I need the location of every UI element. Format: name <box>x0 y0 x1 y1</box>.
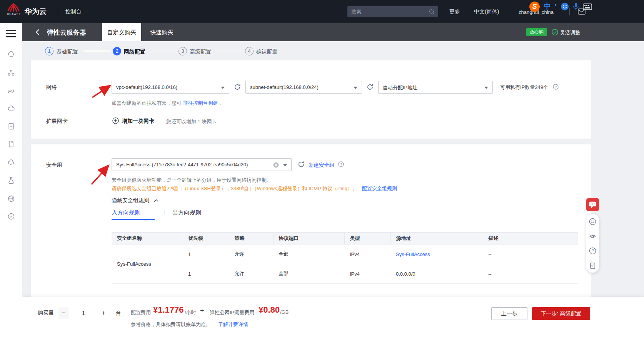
traffic-fee-value: ¥0.80 <box>259 305 280 315</box>
ime-mic-icon[interactable] <box>573 2 579 11</box>
cell-source: 0.0.0.0/0 <box>390 264 483 284</box>
sidebar-document-icon[interactable] <box>7 122 15 130</box>
hide-sg-rules-toggle[interactable]: 隐藏安全组规则 <box>112 197 158 204</box>
header-policy: 策略 <box>229 233 273 244</box>
sg-rules-table: 安全组名称 优先级 策略 协议端口 类型 源地址 描述 Sys-FullAcce… <box>112 232 578 284</box>
tab-inbound-rules[interactable]: 入方向规则 <box>112 209 140 216</box>
language-menu[interactable]: 中文(简体) <box>474 8 499 15</box>
huawei-logo[interactable]: HUAWEI <box>6 3 21 15</box>
step-2-circle: 2 <box>113 47 121 55</box>
ime-lang-toggle[interactable]: 中 <box>544 2 551 12</box>
ip-assign-select[interactable]: 自动分配IP地址 <box>378 81 493 94</box>
sidebar-cloud-server-icon[interactable] <box>7 51 15 59</box>
ip-help-icon[interactable]: ? <box>553 84 559 90</box>
cell-type: IPv4 <box>344 244 390 264</box>
clear-selection-icon[interactable] <box>273 162 279 168</box>
header-sg-name: 安全组名称 <box>112 233 183 244</box>
config-fee-value: ¥1.1776 <box>153 305 184 315</box>
back-icon[interactable] <box>35 29 40 35</box>
tab-quick-purchase[interactable]: 快速购买 <box>144 23 179 41</box>
feedback-chat-button[interactable] <box>586 198 599 211</box>
security-group-select[interactable]: Sys-FullAccess (711e783c-fec2-4471-9702-… <box>112 158 292 171</box>
ime-logo-icon[interactable]: S <box>529 2 540 12</box>
flexible-adjust-label: 灵活调整 <box>560 29 580 36</box>
nic-remaining-hint: 您还可以增加 1 块网卡 <box>166 118 217 125</box>
previous-step-button[interactable]: 上一步 <box>491 307 527 320</box>
sidebar-cloud-icon[interactable] <box>7 105 15 112</box>
cell-type: IPv4 <box>344 264 390 284</box>
subnet-select[interactable]: subnet-default(192.168.0.0/24) <box>245 81 362 94</box>
chevron-down-icon <box>354 87 357 89</box>
extend-nic-label: 扩展网卡 <box>46 118 68 125</box>
console-menu[interactable]: 控制台 <box>65 8 82 15</box>
sidebar-lab-icon[interactable] <box>7 176 15 184</box>
cell-priority: 1 <box>183 244 229 264</box>
hamburger-menu-icon[interactable] <box>6 30 16 39</box>
help-question-icon[interactable]: ? <box>589 247 596 255</box>
ime-toolbar: S 中 ’ <box>529 1 592 12</box>
brand-title[interactable]: 华为云 <box>25 7 47 17</box>
svg-text:?: ? <box>340 162 342 166</box>
assured-purchase-badge: 放心购 <box>526 28 547 36</box>
step-1-circle[interactable]: 1 <box>45 47 53 55</box>
search-box <box>347 6 438 17</box>
header-description: 描述 <box>483 233 578 244</box>
new-sg-link[interactable]: 新建安全组 <box>309 162 335 169</box>
step-1-label[interactable]: 基础配置 <box>57 49 78 55</box>
cell-port: 全部 <box>273 264 344 284</box>
survey-clipboard-icon[interactable] <box>589 262 596 269</box>
refresh-subnet-icon[interactable] <box>367 84 374 90</box>
tab-custom-purchase[interactable]: 自定义购买 <box>102 23 141 41</box>
search-icon[interactable] <box>429 9 435 15</box>
sidebar-ai-waves-icon[interactable] <box>7 87 15 94</box>
traffic-fee-label: 弹性公网IP流量费用 <box>210 309 254 316</box>
inbound-tab-underline <box>112 219 155 220</box>
price-note: 参考价格，具体扣费请以账单为准。 <box>131 321 211 328</box>
sidebar-organization-icon[interactable] <box>7 69 15 77</box>
step-connector-3 <box>217 51 243 51</box>
vpc-select[interactable]: vpc-default(192.168.0.0/16) <box>112 81 229 94</box>
sidebar-elastic-ip-icon[interactable]: IP <box>7 213 15 220</box>
vpc-help-line: 如需创建新的虚拟私有云，您可 前往控制台创建 。 <box>112 100 224 107</box>
help-float-panel: ? <box>586 214 599 273</box>
vpc-help-text: 如需创建新的虚拟私有云，您可 <box>112 100 182 106</box>
cell-description: -- <box>483 244 578 264</box>
sidebar-file-icon[interactable] <box>7 140 15 148</box>
chevron-down-icon <box>221 87 225 89</box>
ime-punct-toggle[interactable]: ’ <box>555 3 557 11</box>
ime-keyboard-icon[interactable] <box>583 3 592 10</box>
header-type: 类型 <box>344 233 390 244</box>
search-input[interactable] <box>351 6 426 17</box>
billing-details-link[interactable]: 了解计费详情 <box>218 321 248 328</box>
add-nic-icon[interactable] <box>112 117 119 124</box>
quantity-decrease-button[interactable]: − <box>58 307 69 319</box>
add-nic-button[interactable]: 增加一块网卡 <box>122 118 154 125</box>
quantity-increase-button[interactable]: + <box>98 307 109 319</box>
sg-help-icon[interactable]: ? <box>338 161 344 167</box>
next-step-button[interactable]: 下一步: 高级配置 <box>532 307 590 320</box>
traffic-fee-unit: /GB <box>280 309 289 315</box>
tab-outbound-rules[interactable]: 出方向规则 <box>172 209 201 216</box>
ime-emoji-icon[interactable] <box>561 2 569 11</box>
satisfaction-icon[interactable] <box>589 218 596 225</box>
unit-label: 台 <box>116 310 121 317</box>
sidebar-cloud-service-icon[interactable] <box>7 159 15 166</box>
sidebar-globe-network-icon[interactable] <box>7 195 15 203</box>
security-group-card: 安全组 Sys-FullAccess (711e783c-fec2-4471-9… <box>31 144 591 297</box>
watch-eye-icon[interactable] <box>589 233 596 240</box>
step-connector-1 <box>83 51 111 51</box>
configure-sg-rules-link[interactable]: 配置安全组规则 <box>362 186 397 191</box>
goto-console-link[interactable]: 前往控制台创建 <box>183 100 218 106</box>
logo-text: HUAWEI <box>6 13 21 15</box>
more-menu[interactable]: 更多 <box>449 8 460 15</box>
header-priority: 优先级 <box>183 233 229 244</box>
refresh-vpc-icon[interactable] <box>234 84 241 90</box>
svg-text:?: ? <box>555 85 557 89</box>
chevron-down-icon <box>283 164 287 166</box>
step-connector-2 <box>152 51 177 51</box>
cell-source-link[interactable]: Sys-FullAccess <box>390 244 483 264</box>
quantity-input[interactable] <box>69 307 98 319</box>
cell-description: -- <box>483 264 578 284</box>
cell-policy: 允许 <box>229 264 273 284</box>
refresh-sg-icon[interactable] <box>298 161 305 168</box>
